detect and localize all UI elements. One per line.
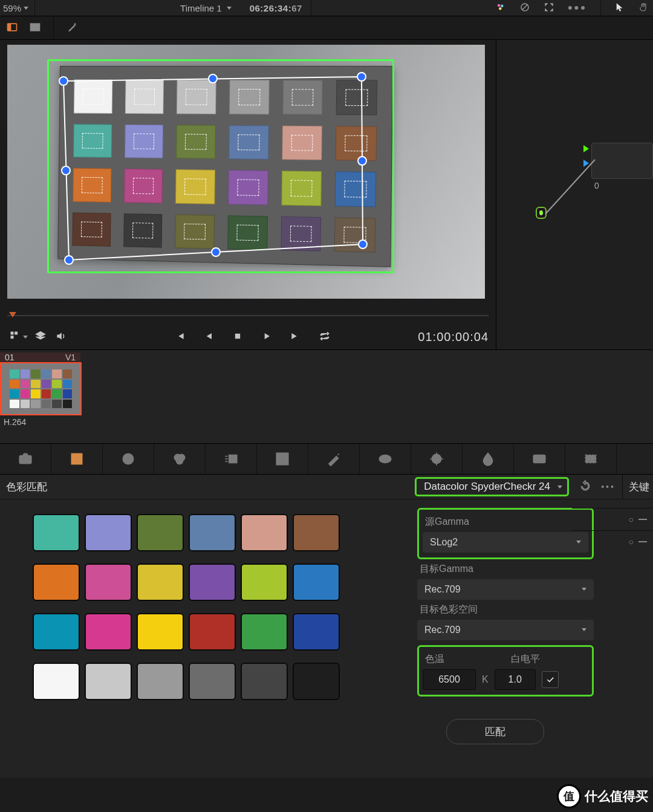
keyframe-row[interactable]: ○: [572, 508, 653, 530]
chevron-down-icon[interactable]: [23, 336, 28, 339]
dst-cs-select[interactable]: Rec.709: [417, 620, 594, 640]
layout-single-icon[interactable]: [6, 21, 18, 35]
timeline-selector[interactable]: Timeline 1: [180, 3, 232, 13]
src-gamma-select[interactable]: SLog2: [423, 532, 588, 553]
motion-effects-icon[interactable]: [206, 444, 257, 474]
svg-rect-19: [74, 456, 76, 458]
edge-handle[interactable]: [211, 247, 221, 257]
edge-handle[interactable]: [357, 156, 367, 166]
node-thumbnail[interactable]: 0: [591, 143, 653, 179]
clip-track: V1: [65, 352, 76, 362]
node-input-rgb-icon[interactable]: [583, 145, 589, 152]
svg-rect-21: [74, 460, 76, 462]
clip-index: 01: [5, 352, 15, 362]
play-icon[interactable]: [259, 330, 275, 344]
watermark-badge-icon: 值: [557, 784, 581, 808]
reference-swatch: [241, 663, 288, 700]
edge-handle[interactable]: [61, 166, 71, 175]
speaker-icon[interactable]: [53, 330, 69, 344]
white-balance-checkbox[interactable]: [542, 671, 559, 688]
bypass-icon[interactable]: [519, 2, 530, 15]
color-chip: [336, 126, 377, 161]
reference-swatch: [241, 514, 288, 551]
playhead-icon[interactable]: [9, 312, 16, 317]
reference-swatch: [137, 514, 184, 551]
color-chip: [74, 80, 112, 114]
reference-swatch: [189, 564, 236, 601]
play-reverse-icon[interactable]: [201, 330, 216, 344]
source-gamma-group: 源Gamma SLog2: [417, 508, 594, 559]
stop-icon[interactable]: [230, 330, 245, 344]
svg-point-34: [384, 458, 386, 460]
clip-item[interactable]: 01V1 H.264: [0, 352, 80, 443]
tracker-icon[interactable]: [411, 444, 463, 474]
curves-icon[interactable]: [257, 444, 308, 474]
corner-handle[interactable]: [64, 255, 74, 265]
svg-rect-13: [11, 336, 14, 339]
color-chip: [282, 125, 322, 160]
arrow-cursor-icon[interactable]: [614, 2, 625, 15]
more-icon[interactable]: •••: [597, 482, 620, 492]
node-graph[interactable]: 0: [496, 40, 653, 349]
color-chip: [229, 125, 268, 160]
viewer-timecode[interactable]: 01:00:00:04: [418, 330, 489, 344]
window-icon[interactable]: [360, 444, 411, 474]
temp-input[interactable]: 6500: [423, 669, 476, 690]
svg-point-1: [501, 4, 504, 7]
loop-icon[interactable]: [317, 330, 333, 344]
layout-grid-icon[interactable]: [29, 21, 41, 35]
reference-swatch: [189, 514, 236, 551]
white-label: 白电平: [511, 653, 587, 666]
svg-rect-22: [77, 460, 80, 462]
white-input[interactable]: 1.0: [495, 669, 536, 690]
svg-point-24: [127, 458, 129, 460]
stack-icon[interactable]: [33, 330, 48, 344]
fullscreen-icon[interactable]: [544, 2, 554, 15]
source-node-icon[interactable]: [536, 207, 547, 219]
panel-header: 色彩匹配 Datacolor SpyderCheckr 24 ••• 关键: [0, 475, 653, 499]
next-clip-icon[interactable]: [288, 330, 304, 344]
magic-wand-icon[interactable]: [66, 21, 78, 35]
scrub-bar[interactable]: [7, 310, 489, 320]
qualifier-icon[interactable]: [308, 444, 360, 474]
chart-type-select[interactable]: Datacolor SpyderCheckr 24: [415, 477, 569, 496]
more-icon[interactable]: •••: [568, 0, 587, 16]
match-button[interactable]: 匹配: [446, 719, 544, 744]
key-icon[interactable]: [514, 444, 565, 474]
timeline-name: Timeline 1: [180, 3, 222, 13]
color-wheels-icon[interactable]: [103, 444, 154, 474]
reference-swatch: [241, 564, 288, 601]
reference-swatch: [85, 564, 132, 601]
color-chip: [123, 213, 163, 247]
grid-options-icon[interactable]: [7, 330, 23, 344]
node-input-alpha-icon[interactable]: [583, 160, 589, 167]
viewer-zoom[interactable]: 59%: [0, 3, 34, 13]
reference-swatches: [0, 499, 414, 778]
prev-clip-icon[interactable]: [172, 330, 187, 344]
viewer[interactable]: [7, 45, 485, 299]
sizing-icon[interactable]: [565, 444, 617, 474]
color-page-toolbar: [0, 443, 653, 475]
color-match-icon[interactable]: [51, 444, 103, 474]
keyframes-tab[interactable]: 关键: [625, 480, 653, 494]
reset-icon[interactable]: [574, 480, 597, 494]
panel-title: 色彩匹配: [0, 480, 53, 494]
rgb-mixer-icon[interactable]: [154, 444, 206, 474]
magic-color-icon[interactable]: [495, 2, 506, 15]
color-chip: [335, 171, 376, 206]
corner-handle[interactable]: [358, 239, 368, 249]
keyframe-row[interactable]: ○: [572, 530, 653, 553]
color-chip: [73, 168, 111, 203]
camera-raw-icon[interactable]: [0, 444, 51, 474]
blur-icon[interactable]: [463, 444, 514, 474]
reference-swatch: [293, 663, 340, 700]
master-timecode[interactable]: 06:26:34:67: [250, 3, 302, 13]
color-chip: [177, 80, 216, 114]
color-chip: [334, 217, 375, 253]
hand-icon[interactable]: [638, 2, 649, 15]
edge-handle[interactable]: [208, 74, 218, 83]
corner-handle[interactable]: [357, 72, 366, 82]
color-chip: [175, 169, 215, 204]
corner-handle[interactable]: [59, 76, 68, 86]
dst-gamma-select[interactable]: Rec.709: [417, 579, 594, 600]
